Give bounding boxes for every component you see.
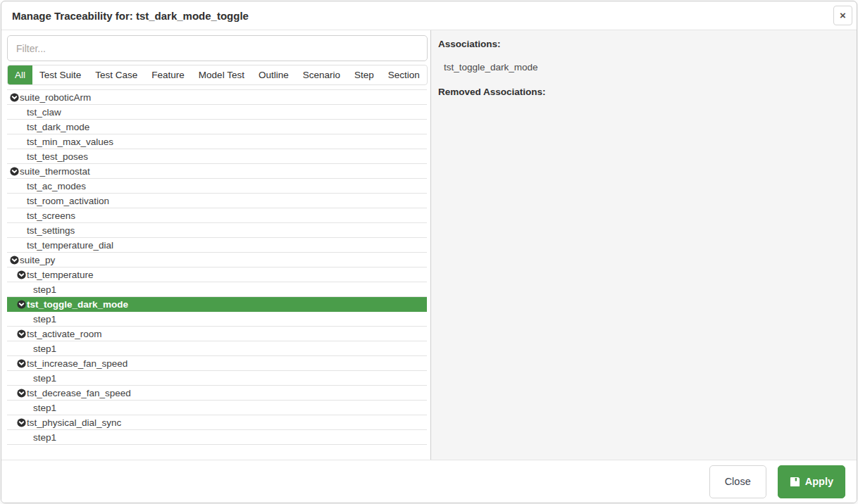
removed-associations-heading: Removed Associations: (438, 81, 848, 97)
tree-row[interactable]: tst_toggle_dark_mode (7, 297, 427, 312)
tab-scenario[interactable]: Scenario (296, 65, 347, 84)
tree-row-label: tst_increase_fan_speed (27, 358, 128, 369)
tree-row-label: tst_claw (27, 107, 61, 118)
chevron-circle-down-icon[interactable] (17, 270, 26, 279)
tab-section[interactable]: Section (381, 65, 427, 84)
dialog-title: Manage Traceability for: tst_dark_mode_t… (12, 10, 249, 22)
close-button[interactable]: Close (709, 465, 766, 498)
tree-row-label: tst_ac_modes (27, 181, 86, 191)
tab-test-case[interactable]: Test Case (88, 65, 144, 84)
association-item: tst_toggle_dark_mode (438, 52, 848, 81)
apply-button-label: Apply (805, 476, 833, 487)
chevron-circle-down-icon[interactable] (17, 359, 26, 368)
tree-row-label: tst_physical_dial_sync (27, 417, 121, 428)
tree-row-label: step1 (33, 373, 56, 384)
selector-panel: AllTest SuiteTest CaseFeatureModel TestO… (1, 30, 431, 460)
tree-row[interactable]: tst_screens (7, 208, 427, 223)
chevron-circle-down-icon[interactable] (10, 93, 19, 102)
tree-row-label: suite_py (20, 255, 55, 265)
tab-step[interactable]: Step (347, 65, 381, 84)
associations-heading: Associations: (438, 34, 848, 52)
tree-row[interactable]: step1 (7, 401, 427, 415)
tab-model-test[interactable]: Model Test (192, 65, 251, 84)
tree-row-label: tst_toggle_dark_mode (27, 299, 128, 310)
filter-input[interactable] (7, 35, 428, 61)
chevron-circle-down-icon[interactable] (17, 389, 26, 398)
tree-row-label: step1 (33, 403, 56, 413)
chevron-circle-down-icon[interactable] (17, 418, 26, 427)
tree-row[interactable]: tst_temperature_dial (7, 238, 427, 253)
dialog-header: Manage Traceability for: tst_dark_mode_t… (1, 1, 857, 30)
tree-row[interactable]: step1 (7, 312, 427, 327)
tree-row-label: step1 (33, 432, 56, 443)
tree-row[interactable]: tst_temperature (7, 267, 427, 282)
tree-row-label: tst_room_activation (27, 196, 109, 206)
tree-row-label: step1 (33, 314, 56, 325)
tab-outline[interactable]: Outline (251, 65, 296, 84)
tree-row-label: tst_temperature (27, 270, 94, 280)
chevron-circle-down-icon[interactable] (10, 256, 19, 265)
tree-row[interactable]: tst_claw (7, 105, 427, 120)
tab-all[interactable]: All (8, 65, 32, 84)
tree-row[interactable]: tst_physical_dial_sync (7, 415, 427, 430)
tree-row-label: tst_screens (27, 210, 75, 221)
tree-row-label: suite_roboticArm (20, 92, 91, 103)
type-filter-tabs: AllTest SuiteTest CaseFeatureModel TestO… (7, 65, 428, 85)
tree-row-label: suite_thermostat (20, 166, 90, 177)
associations-panel: Associations: tst_toggle_dark_mode Remov… (431, 30, 857, 460)
tree-row[interactable]: tst_decrease_fan_speed (7, 386, 427, 401)
tab-test-suite[interactable]: Test Suite (32, 65, 88, 84)
chevron-circle-down-icon[interactable] (17, 329, 26, 339)
dialog-footer: Close Apply (1, 460, 857, 503)
tree-row[interactable]: tst_dark_mode (7, 120, 427, 134)
tree-row[interactable]: tst_settings (7, 223, 427, 238)
associations-list: tst_toggle_dark_mode (438, 52, 848, 81)
apply-button[interactable]: Apply (778, 465, 845, 498)
tree-row[interactable]: step1 (7, 341, 427, 356)
manage-traceability-dialog: Manage Traceability for: tst_dark_mode_t… (1, 1, 857, 503)
tree-row[interactable]: tst_test_poses (7, 149, 427, 164)
tree-row[interactable]: tst_min_max_values (7, 134, 427, 149)
tree-row-label: tst_min_max_values (27, 137, 113, 147)
chevron-circle-down-icon[interactable] (17, 300, 26, 309)
tree-row-label: tst_dark_mode (27, 122, 89, 132)
tree-row[interactable]: suite_roboticArm (7, 90, 427, 105)
tree-row[interactable]: tst_activate_room (7, 327, 427, 341)
tree-row[interactable]: step1 (7, 282, 427, 297)
tree-row[interactable]: suite_py (7, 253, 427, 267)
tree-row[interactable]: suite_thermostat (7, 164, 427, 179)
tree-row[interactable]: step1 (7, 430, 427, 445)
tree-row-label: tst_temperature_dial (27, 240, 113, 251)
tab-feature[interactable]: Feature (144, 65, 192, 84)
tree-row-label: tst_test_poses (27, 151, 88, 162)
dialog-body: AllTest SuiteTest CaseFeatureModel TestO… (1, 30, 857, 460)
save-icon (790, 477, 800, 487)
close-icon[interactable]: × (833, 6, 852, 25)
tree-row[interactable]: tst_increase_fan_speed (7, 356, 427, 371)
tree-row-label: step1 (33, 344, 56, 354)
test-tree: suite_roboticArmtst_clawtst_dark_modetst… (7, 89, 427, 445)
tree-row[interactable]: tst_ac_modes (7, 179, 427, 194)
tree-row-label: step1 (33, 284, 56, 295)
chevron-circle-down-icon[interactable] (10, 167, 19, 176)
tree-row-label: tst_settings (27, 225, 75, 236)
tree-row-label: tst_activate_room (27, 329, 102, 339)
tree-row-label: tst_decrease_fan_speed (27, 388, 131, 398)
tree-row[interactable]: step1 (7, 371, 427, 386)
tree-row[interactable]: tst_room_activation (7, 194, 427, 208)
